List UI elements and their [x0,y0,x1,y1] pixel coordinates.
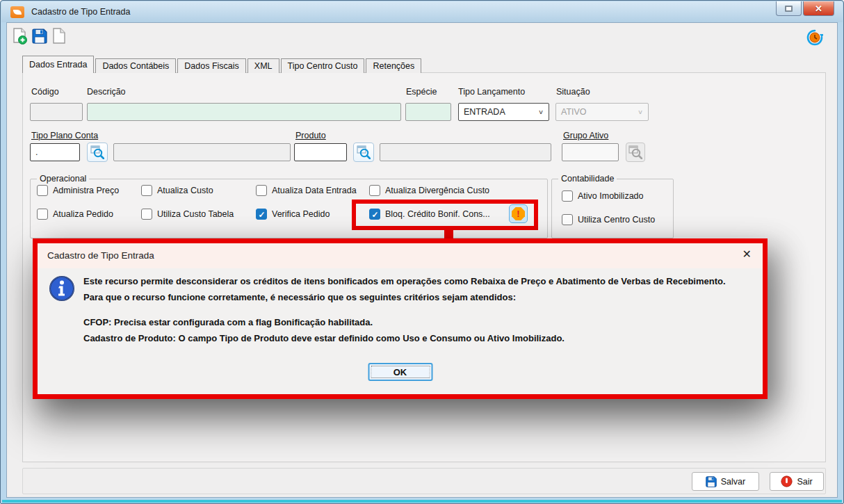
situacao-select: ATIVO ∨ [555,103,649,121]
history-button[interactable] [806,29,823,46]
app-window: Cadastro de Tipo Entrada ✕ [0,0,844,504]
checkbox-atualiza-pedido[interactable]: Atualiza Pedido [37,208,113,220]
minimize-button[interactable] [776,1,802,16]
checkbox-icon[interactable] [37,209,48,220]
salvar-button[interactable]: Salvar [692,472,759,491]
search-icon-disabled [628,145,642,159]
situacao-value: ATIVO [561,107,587,117]
produto-search-button[interactable] [353,143,374,162]
especie-label: Espécie [406,87,437,97]
focus-outline [371,366,430,378]
titlebar: Cadastro de Tipo Entrada ✕ [1,1,843,22]
tipo-plano-conta-link[interactable]: Tipo Plano Conta [31,131,98,140]
checkbox-icon[interactable] [141,185,152,196]
checkbox-icon[interactable] [256,209,267,220]
search-icon [90,145,104,159]
operacional-title: Operacional [37,174,89,184]
checkbox-bloq-credito-bonif[interactable]: Bloq. Crédito Bonif. Cons... [369,208,490,220]
checkbox-atualiza-data-entrada[interactable]: Atualiza Data Entrada [256,184,357,197]
contabilidade-groupbox: Contabilidade [551,179,674,238]
exit-icon [781,475,793,487]
grupo-ativo-input[interactable] [562,143,619,161]
app-logo-icon [10,6,24,18]
tipo-lancamento-value: ENTRADA [464,107,505,117]
dialog-text-line: Este recurso permite desconsiderar os cr… [83,276,726,286]
ok-button[interactable]: OK [368,363,432,381]
contabilidade-title: Contabilidade [558,174,617,184]
close-icon: ✕ [815,4,822,13]
blank-document-icon [52,28,66,44]
tab-dados-entrada[interactable]: Dados Entrada [22,56,94,73]
save-button[interactable] [31,27,49,45]
produto-input[interactable] [294,143,347,161]
checkbox-icon[interactable] [369,185,380,196]
tab-xml[interactable]: XML [247,58,279,73]
codigo-input[interactable] [30,103,83,121]
search-icon [357,145,371,159]
produto-link[interactable]: Produto [295,131,326,140]
checkbox-icon[interactable] [141,209,152,220]
grupo-ativo-link[interactable]: Grupo Ativo [563,131,608,140]
sair-button[interactable]: Sair [770,472,824,491]
checkbox-icon[interactable] [562,190,573,202]
checkbox-atualiza-divergencia-custo[interactable]: Atualiza Divergência Custo [369,184,489,197]
warning-icon: ! [512,207,525,220]
dialog-text-line: CFOP: Precisa estar configurada com a fl… [83,317,373,327]
checkbox-icon[interactable] [562,214,573,225]
tipo-lancamento-select[interactable]: ENTRADA ∨ [458,103,549,121]
produto-desc-input [380,143,551,161]
blank-document-button[interactable] [50,27,68,45]
restore-icon [785,6,793,12]
tab-retencoes[interactable]: Retenções [366,58,421,73]
tab-tipo-centro-custo[interactable]: Tipo Centro Custo [281,58,365,73]
save-icon [32,29,47,44]
checkbox-utiliza-custo-tabela[interactable]: Utiliza Custo Tabela [141,208,234,220]
dialog-text-line: Cadastro de Produto: O campo Tipo de Pro… [83,333,565,343]
tab-bar: Dados Entrada Dados Contábeis Dados Fisc… [22,56,423,73]
new-record-icon [13,28,28,44]
close-button[interactable]: ✕ [803,1,834,16]
tipo-plano-conta-desc-input [113,143,291,161]
new-record-button[interactable] [11,27,29,45]
salvar-label: Salvar [721,477,745,487]
chevron-down-icon: ∨ [538,108,544,115]
checkbox-icon[interactable] [37,185,48,196]
tab-dados-contabeis[interactable]: Dados Contábeis [95,58,176,73]
checkbox-icon[interactable] [256,185,267,196]
checkbox-atualiza-custo[interactable]: Atualiza Custo [141,184,213,197]
sair-label: Sair [797,477,812,487]
bloq-credito-info-button[interactable]: ! [509,204,528,223]
descricao-input[interactable] [87,103,401,121]
descricao-label: Descrição [87,87,126,97]
dialog-title: Cadastro de Tipo Entrada [47,250,154,261]
window-title: Cadastro de Tipo Entrada [31,7,130,17]
codigo-label: Código [31,87,59,97]
client-area: Dados Entrada Dados Contábeis Dados Fisc… [6,22,838,498]
dialog-body: Este recurso permite desconsiderar os cr… [38,268,763,394]
checkbox-ativo-imobilizado[interactable]: Ativo Imobilizado [562,190,644,202]
checkbox-verifica-pedido[interactable]: Verifica Pedido [256,208,330,220]
tipo-plano-conta-search-button[interactable] [87,143,108,162]
especie-input[interactable] [405,103,451,121]
save-icon [706,476,717,487]
tipo-lancamento-label: Tipo Lançamento [458,87,525,97]
info-icon [49,275,75,302]
message-dialog: Cadastro de Tipo Entrada ✕ Este recurso … [33,238,768,399]
situacao-label: Situação [556,87,590,97]
chevron-down-icon: ∨ [638,108,643,115]
dialog-header: Cadastro de Tipo Entrada ✕ [38,243,763,268]
tab-dados-fiscais[interactable]: Dados Fiscais [177,58,246,73]
history-icon [806,29,823,46]
checkbox-icon[interactable] [369,209,380,220]
dialog-close-icon[interactable]: ✕ [742,249,752,260]
checkbox-administra-preco[interactable]: Administra Preço [37,184,119,197]
tipo-plano-conta-input[interactable] [30,143,80,161]
dialog-text-line: Para que o recurso funcione corretamente… [83,292,516,302]
grupo-ativo-search-button [626,143,645,162]
checkbox-utiliza-centro-custo[interactable]: Utiliza Centro Custo [562,213,655,226]
